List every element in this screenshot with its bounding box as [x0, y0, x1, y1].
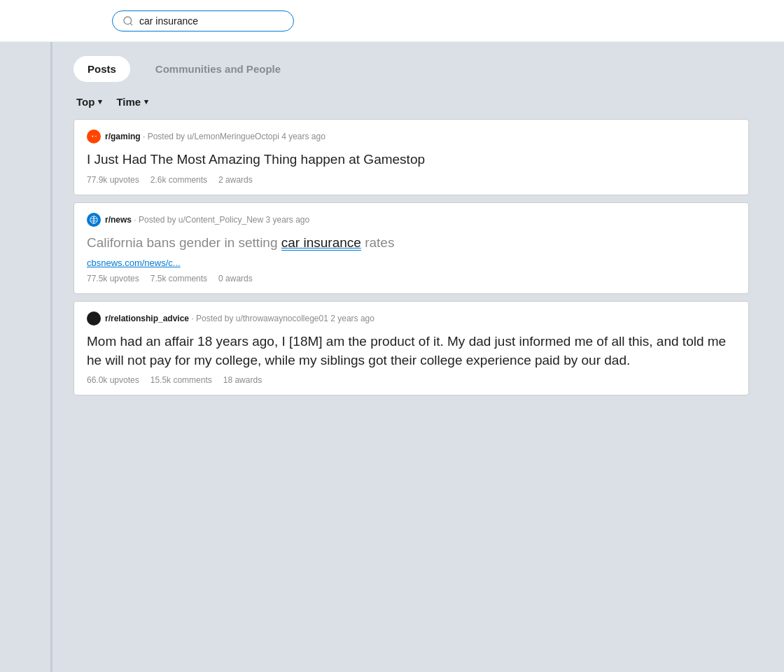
right-sidebar: [770, 42, 784, 672]
sort-time-button[interactable]: Time ▾: [116, 96, 148, 108]
svg-line-1: [130, 23, 132, 25]
post-meta-3: r/relationship_advice · Posted by u/thro…: [87, 312, 736, 326]
post-author-2: u/Content_Policy_New: [178, 215, 263, 225]
post-comments-3: 15.5k comments: [150, 375, 212, 385]
post-time-2: 3 years ago: [265, 215, 309, 225]
tab-communities[interactable]: Communities and People: [141, 56, 295, 82]
post-upvotes-3: 66.0k upvotes: [87, 375, 139, 385]
post-author-3: u/throwawaynocollege01: [236, 314, 328, 323]
post-card-3: r/relationship_advice · Posted by u/thro…: [74, 301, 749, 396]
left-sidebar: [0, 42, 52, 672]
top-bar: car insurance: [0, 0, 784, 42]
post-meta-text-2: r/news · Posted by u/Content_Policy_New …: [105, 215, 309, 225]
subreddit-name-1[interactable]: r/gaming: [105, 132, 141, 141]
post-link-2[interactable]: cbsnews.com/news/c...: [87, 258, 736, 268]
subreddit-name-2[interactable]: r/news: [105, 215, 132, 225]
post-card-1: r/gaming · Posted by u/LemonMeringueOcto…: [74, 119, 749, 195]
post-time-3: 2 years ago: [330, 314, 374, 323]
post-author-1: u/LemonMeringueOctopi: [187, 132, 279, 141]
post-title-highlight-2: car insurance: [281, 235, 361, 251]
sort-top-chevron: ▾: [98, 97, 102, 106]
svg-rect-4: [92, 136, 93, 137]
post-title-2[interactable]: California bans gender in setting car in…: [87, 234, 736, 253]
post-comments-1: 2.6k comments: [150, 175, 207, 185]
subreddit-icon-gaming: [87, 130, 101, 144]
post-title-3[interactable]: Mom had an affair 18 years ago, I [18M] …: [87, 332, 736, 370]
post-time-1: 4 years ago: [281, 132, 326, 141]
subreddit-name-3[interactable]: r/relationship_advice: [105, 314, 189, 323]
post-awards-2: 0 awards: [218, 274, 253, 284]
tab-posts[interactable]: Posts: [74, 56, 130, 82]
svg-rect-2: [90, 134, 98, 139]
filter-tabs: Posts Communities and People: [74, 56, 749, 82]
post-upvotes-1: 77.9k upvotes: [87, 175, 139, 185]
post-title-1[interactable]: I Just Had The Most Amazing Thing happen…: [87, 150, 736, 169]
sort-top-button[interactable]: Top ▾: [76, 96, 102, 108]
subreddit-icon-relationship: [87, 312, 101, 326]
post-awards-1: 2 awards: [218, 175, 253, 185]
main-content: Posts Communities and People Top ▾ Time …: [52, 42, 770, 672]
post-awards-3: 18 awards: [223, 375, 262, 385]
sort-time-chevron: ▾: [144, 97, 148, 106]
svg-point-7: [90, 216, 98, 223]
post-stats-2: 77.5k upvotes 7.5k comments 0 awards: [87, 274, 736, 284]
sort-top-label: Top: [76, 96, 94, 108]
svg-point-6: [96, 136, 97, 136]
post-card-2: r/news · Posted by u/Content_Policy_New …: [74, 202, 749, 295]
search-box[interactable]: car insurance: [112, 10, 294, 31]
post-stats-1: 77.9k upvotes 2.6k comments 2 awards: [87, 175, 736, 185]
svg-point-5: [94, 136, 95, 136]
subreddit-icon-news: [87, 213, 101, 227]
sort-options: Top ▾ Time ▾: [74, 96, 749, 108]
post-meta-text-3: r/relationship_advice · Posted by u/thro…: [105, 314, 374, 323]
post-meta-text-1: r/gaming · Posted by u/LemonMeringueOcto…: [105, 132, 326, 141]
search-value: car insurance: [139, 15, 198, 27]
sort-time-label: Time: [116, 96, 141, 108]
post-upvotes-2: 77.5k upvotes: [87, 274, 139, 284]
post-title-after-2: rates: [361, 235, 395, 250]
search-icon: [122, 15, 134, 27]
svg-point-0: [124, 17, 132, 24]
post-title-before-2: California bans gender in setting: [87, 235, 281, 250]
post-comments-2: 7.5k comments: [150, 274, 207, 284]
post-meta-1: r/gaming · Posted by u/LemonMeringueOcto…: [87, 130, 736, 144]
layout: Posts Communities and People Top ▾ Time …: [0, 42, 784, 672]
post-stats-3: 66.0k upvotes 15.5k comments 18 awards: [87, 375, 736, 385]
post-meta-2: r/news · Posted by u/Content_Policy_New …: [87, 213, 736, 227]
